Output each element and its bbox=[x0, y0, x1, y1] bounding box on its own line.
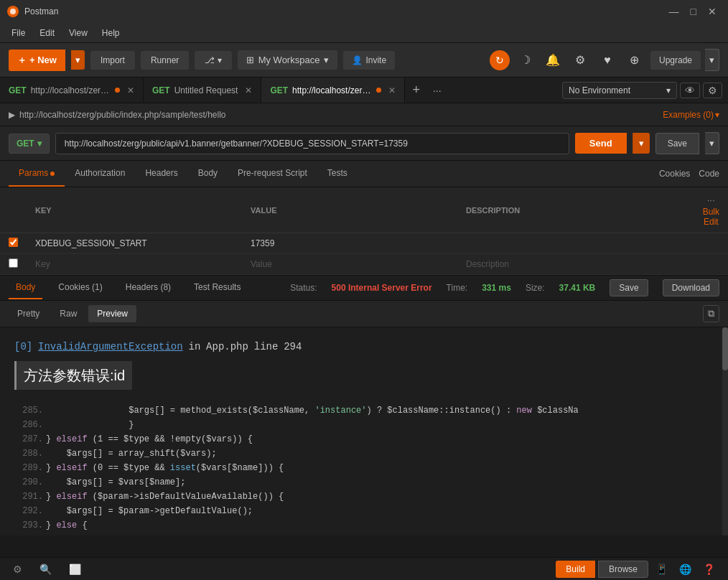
send-button[interactable]: Send bbox=[575, 133, 627, 154]
close-button[interactable]: ✕ bbox=[704, 6, 721, 17]
fork-button[interactable]: ⎇ ▾ bbox=[195, 51, 231, 70]
upgrade-dropdown[interactable]: ▾ bbox=[705, 49, 719, 71]
status-value: 500 Internal Server Error bbox=[332, 283, 432, 293]
req-tab-tests[interactable]: Tests bbox=[317, 161, 358, 187]
invite-button[interactable]: 👤 Invite bbox=[343, 51, 395, 70]
save-button[interactable]: Save bbox=[655, 133, 699, 154]
send-dropdown-button[interactable]: ▾ bbox=[633, 133, 650, 154]
new-button[interactable]: ＋ + New bbox=[9, 50, 65, 71]
copy-button[interactable]: ⧉ bbox=[703, 305, 719, 322]
tab-0[interactable]: GET http://localhost/zerg/public/ir ✕ bbox=[0, 78, 144, 103]
bottom-bar: ⚙ 🔍 ⬜ Build Browse 📱 🌐 ❓ bbox=[0, 557, 728, 580]
heart-icon[interactable]: ♥ bbox=[596, 49, 619, 72]
env-eye-button[interactable]: 👁 bbox=[680, 83, 700, 98]
preview-tab-pretty[interactable]: Pretty bbox=[9, 305, 48, 322]
help-icon[interactable]: ⚙ bbox=[9, 562, 27, 576]
browse-button[interactable]: Browse bbox=[598, 561, 648, 578]
req-tab-body[interactable]: Body bbox=[188, 161, 228, 187]
resp-tab-testresults[interactable]: Test Results bbox=[187, 276, 248, 299]
code-link[interactable]: Code bbox=[699, 169, 719, 179]
size-value: 37.41 KB bbox=[559, 283, 596, 293]
minimize-button[interactable]: — bbox=[665, 6, 683, 17]
upgrade-button[interactable]: Upgrade bbox=[650, 51, 701, 70]
sync-icon[interactable]: ↻ bbox=[490, 50, 510, 70]
tab-2-title: http://localhost/zerg/public/in bbox=[292, 85, 372, 95]
window-controls: — □ ✕ bbox=[665, 6, 721, 17]
workspace-selector[interactable]: ⊞ My Workspace ▾ bbox=[238, 50, 338, 70]
console-icon[interactable]: ⬜ bbox=[65, 562, 85, 576]
method-selector[interactable]: GET ▾ bbox=[9, 134, 50, 154]
tab-2[interactable]: GET http://localhost/zerg/public/in ✕ bbox=[261, 78, 405, 103]
response-save-button[interactable]: Save bbox=[610, 279, 648, 296]
plus-circle-icon[interactable]: ⊕ bbox=[623, 49, 646, 72]
env-label: No Environment bbox=[569, 85, 630, 95]
examples-link[interactable]: Examples (0) bbox=[663, 110, 714, 120]
grid-icon: ⊞ bbox=[246, 55, 254, 65]
error-in-text: in bbox=[188, 341, 200, 352]
param-value[interactable]: 17359 bbox=[242, 233, 457, 254]
url-bar: GET ▾ Send ▾ Save ▾ bbox=[0, 126, 728, 161]
empty-value[interactable]: Value bbox=[242, 254, 457, 275]
new-dropdown-button[interactable]: ▾ bbox=[71, 50, 85, 70]
resp-tab-body[interactable]: Body bbox=[9, 276, 42, 299]
req-tab-params[interactable]: Params bbox=[9, 161, 65, 187]
new-label: + New bbox=[29, 55, 57, 65]
menu-edit[interactable]: Edit bbox=[34, 27, 60, 39]
req-tab-headers[interactable]: Headers bbox=[135, 161, 187, 187]
param-checkbox[interactable] bbox=[9, 238, 18, 247]
resp-tab-headers[interactable]: Headers (8) bbox=[118, 276, 178, 299]
env-settings-button[interactable]: ⚙ bbox=[703, 83, 722, 98]
tab-1-method: GET bbox=[152, 85, 170, 95]
param-description[interactable] bbox=[457, 233, 694, 254]
tab-2-method: GET bbox=[270, 85, 288, 95]
param-key[interactable]: XDEBUG_SESSION_START bbox=[27, 233, 242, 254]
th-more-button[interactable]: ··· bbox=[703, 193, 719, 207]
runner-button[interactable]: Runner bbox=[141, 51, 189, 70]
req-tab-auth[interactable]: Authorization bbox=[65, 161, 135, 187]
preview-tab-preview[interactable]: Preview bbox=[88, 305, 136, 322]
import-button[interactable]: Import bbox=[90, 51, 135, 70]
tab-1-title: Untitled Request bbox=[174, 85, 238, 95]
req-tab-prerequest[interactable]: Pre-request Script bbox=[228, 161, 317, 187]
error-class[interactable]: InvalidArgumentException bbox=[38, 341, 183, 352]
bulk-edit-button[interactable]: Bulk Edit bbox=[703, 207, 719, 227]
time-label: Time: bbox=[447, 283, 468, 293]
menu-file[interactable]: File bbox=[6, 27, 31, 39]
scrollbar[interactable] bbox=[722, 327, 728, 535]
maximize-button[interactable]: □ bbox=[686, 6, 701, 17]
preview-tab-raw[interactable]: Raw bbox=[51, 305, 85, 322]
tab-1[interactable]: GET Untitled Request ✕ bbox=[144, 78, 261, 103]
tab-0-close[interactable]: ✕ bbox=[127, 85, 134, 95]
globe-icon[interactable]: 🌐 bbox=[675, 561, 696, 578]
scrollbar-thumb bbox=[722, 327, 728, 370]
add-tab-button[interactable]: + bbox=[405, 83, 427, 98]
history-icon[interactable]: ☽ bbox=[514, 49, 537, 72]
search-bottom-icon[interactable]: 🔍 bbox=[35, 562, 56, 576]
param-actions bbox=[694, 233, 728, 254]
download-button[interactable]: Download bbox=[663, 279, 719, 296]
resp-tab-cookies[interactable]: Cookies (1) bbox=[51, 276, 109, 299]
menu-help[interactable]: Help bbox=[96, 27, 126, 39]
settings-icon[interactable]: ⚙ bbox=[569, 49, 592, 72]
notification-icon[interactable]: 🔔 bbox=[541, 49, 564, 72]
empty-param-checkbox[interactable] bbox=[9, 258, 18, 268]
code-line-293: 293. } else { bbox=[14, 519, 714, 533]
question-icon[interactable]: ❓ bbox=[699, 561, 719, 578]
tab-2-close[interactable]: ✕ bbox=[388, 85, 396, 95]
cookies-link[interactable]: Cookies bbox=[659, 169, 690, 179]
tab-1-close[interactable]: ✕ bbox=[245, 85, 252, 95]
tabs-bar: GET http://localhost/zerg/public/ir ✕ GE… bbox=[0, 78, 728, 103]
environment-selector[interactable]: No Environment ▾ bbox=[562, 82, 677, 99]
more-tabs-button[interactable]: ··· bbox=[427, 85, 447, 96]
th-description: DESCRIPTION bbox=[457, 187, 694, 233]
save-dropdown-button[interactable]: ▾ bbox=[705, 132, 719, 154]
empty-description[interactable]: Description bbox=[457, 254, 694, 275]
method-label: GET bbox=[17, 139, 34, 149]
menubar: File Edit View Help bbox=[0, 23, 728, 43]
empty-key[interactable]: Key bbox=[27, 254, 242, 275]
build-button[interactable]: Build bbox=[556, 561, 595, 578]
tab-2-dot bbox=[376, 88, 381, 93]
menu-view[interactable]: View bbox=[63, 27, 93, 39]
phone-icon[interactable]: 📱 bbox=[651, 561, 672, 578]
url-input[interactable] bbox=[55, 133, 569, 154]
